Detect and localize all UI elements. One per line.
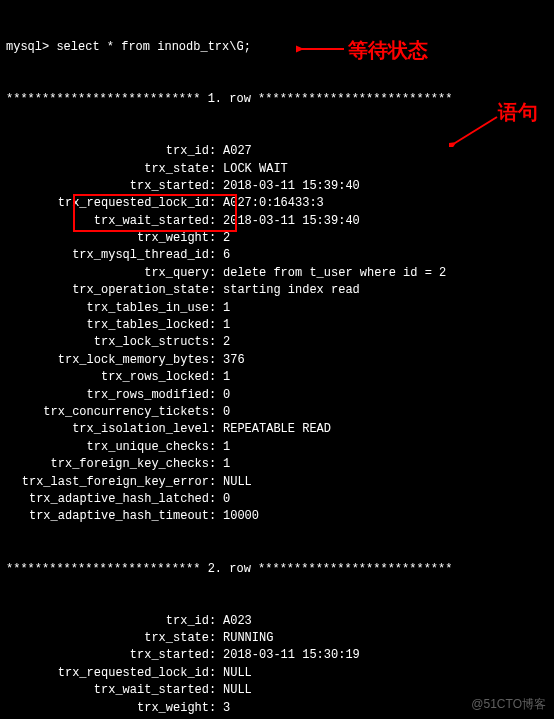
kv-value: delete from t_user where id = 2 bbox=[223, 265, 548, 282]
kv-value: A023 bbox=[223, 613, 548, 630]
kv-key: trx_rows_modified bbox=[6, 387, 209, 404]
terminal-output: mysql> select * from innodb_trx\G; *****… bbox=[0, 0, 554, 719]
kv-value: A027 bbox=[223, 143, 548, 160]
kv-sep: : bbox=[209, 369, 223, 386]
kv-value: 0 bbox=[223, 387, 548, 404]
kv-value: 2018-03-11 15:30:19 bbox=[223, 647, 548, 664]
kv-sep: : bbox=[209, 178, 223, 195]
kv-key: trx_isolation_level bbox=[6, 421, 209, 438]
kv-key: trx_foreign_key_checks bbox=[6, 456, 209, 473]
kv-row: trx_wait_started: NULL bbox=[6, 682, 548, 699]
kv-key: trx_requested_lock_id bbox=[6, 195, 209, 212]
kv-sep: : bbox=[209, 195, 223, 212]
kv-row: trx_foreign_key_checks: 1 bbox=[6, 456, 548, 473]
kv-value: 1 bbox=[223, 439, 548, 456]
kv-key: trx_wait_started bbox=[6, 682, 209, 699]
kv-key: trx_wait_started bbox=[6, 213, 209, 230]
kv-key: trx_lock_memory_bytes bbox=[6, 352, 209, 369]
kv-key: trx_query bbox=[6, 265, 209, 282]
kv-sep: : bbox=[209, 265, 223, 282]
kv-key: trx_requested_lock_id bbox=[6, 665, 209, 682]
kv-row: trx_isolation_level: REPEATABLE READ bbox=[6, 421, 548, 438]
kv-row: trx_operation_state: starting index read bbox=[6, 282, 548, 299]
kv-key: trx_tables_in_use bbox=[6, 300, 209, 317]
kv-value: 0 bbox=[223, 404, 548, 421]
kv-sep: : bbox=[209, 682, 223, 699]
kv-row: trx_lock_memory_bytes: 376 bbox=[6, 352, 548, 369]
kv-sep: : bbox=[209, 491, 223, 508]
kv-row: trx_lock_structs: 2 bbox=[6, 334, 548, 351]
kv-key: trx_last_foreign_key_error bbox=[6, 474, 209, 491]
kv-sep: : bbox=[209, 630, 223, 647]
kv-row: trx_mysql_thread_id: 6 bbox=[6, 247, 548, 264]
kv-key: trx_adaptive_hash_timeout bbox=[6, 508, 209, 525]
kv-key: trx_state bbox=[6, 630, 209, 647]
kv-sep: : bbox=[209, 647, 223, 664]
kv-row: trx_started: 2018-03-11 15:30:19 bbox=[6, 647, 548, 664]
kv-key: trx_tables_locked bbox=[6, 317, 209, 334]
kv-row: trx_requested_lock_id: NULL bbox=[6, 665, 548, 682]
kv-sep: : bbox=[209, 421, 223, 438]
kv-value: starting index read bbox=[223, 282, 548, 299]
kv-value: 0 bbox=[223, 491, 548, 508]
row-divider-line: *************************** 1. row *****… bbox=[6, 91, 548, 108]
kv-row: trx_id: A023 bbox=[6, 613, 548, 630]
kv-sep: : bbox=[209, 352, 223, 369]
prompt-line[interactable]: mysql> select * from innodb_trx\G; bbox=[6, 39, 548, 56]
kv-sep: : bbox=[209, 213, 223, 230]
kv-value: NULL bbox=[223, 474, 548, 491]
kv-key: trx_state bbox=[6, 161, 209, 178]
kv-sep: : bbox=[209, 317, 223, 334]
kv-row: trx_query: delete from t_user where id =… bbox=[6, 265, 548, 282]
kv-key: trx_mysql_thread_id bbox=[6, 247, 209, 264]
kv-key: trx_started bbox=[6, 178, 209, 195]
kv-value: 2018-03-11 15:39:40 bbox=[223, 213, 548, 230]
kv-sep: : bbox=[209, 282, 223, 299]
kv-sep: : bbox=[209, 300, 223, 317]
kv-row: trx_requested_lock_id: A027:0:16433:3 bbox=[6, 195, 548, 212]
kv-value: NULL bbox=[223, 665, 548, 682]
kv-key: trx_adaptive_hash_latched bbox=[6, 491, 209, 508]
kv-row: trx_concurrency_tickets: 0 bbox=[6, 404, 548, 421]
kv-sep: : bbox=[209, 613, 223, 630]
kv-key: trx_concurrency_tickets bbox=[6, 404, 209, 421]
kv-key: trx_operation_state bbox=[6, 282, 209, 299]
kv-key: trx_weight bbox=[6, 230, 209, 247]
row-divider-line: *************************** 2. row *****… bbox=[6, 561, 548, 578]
kv-key: trx_id bbox=[6, 613, 209, 630]
kv-row: trx_adaptive_hash_timeout: 10000 bbox=[6, 508, 548, 525]
kv-sep: : bbox=[209, 700, 223, 717]
kv-value: 2018-03-11 15:39:40 bbox=[223, 178, 548, 195]
kv-row: trx_wait_started: 2018-03-11 15:39:40 bbox=[6, 213, 548, 230]
kv-value: 2 bbox=[223, 334, 548, 351]
kv-value: 2 bbox=[223, 230, 548, 247]
kv-row: trx_weight: 3 bbox=[6, 700, 548, 717]
kv-row: trx_state: LOCK WAIT bbox=[6, 161, 548, 178]
kv-value: 1 bbox=[223, 369, 548, 386]
kv-row: trx_tables_in_use: 1 bbox=[6, 300, 548, 317]
kv-sep: : bbox=[209, 456, 223, 473]
kv-row: trx_tables_locked: 1 bbox=[6, 317, 548, 334]
kv-row: trx_weight: 2 bbox=[6, 230, 548, 247]
kv-key: trx_unique_checks bbox=[6, 439, 209, 456]
kv-row: trx_id: A027 bbox=[6, 143, 548, 160]
kv-value: 1 bbox=[223, 317, 548, 334]
kv-sep: : bbox=[209, 247, 223, 264]
kv-row: trx_started: 2018-03-11 15:39:40 bbox=[6, 178, 548, 195]
kv-key: trx_rows_locked bbox=[6, 369, 209, 386]
kv-row: trx_unique_checks: 1 bbox=[6, 439, 548, 456]
kv-value: 10000 bbox=[223, 508, 548, 525]
kv-sep: : bbox=[209, 387, 223, 404]
kv-sep: : bbox=[209, 439, 223, 456]
kv-row: trx_rows_locked: 1 bbox=[6, 369, 548, 386]
kv-row: trx_adaptive_hash_latched: 0 bbox=[6, 491, 548, 508]
kv-value: 1 bbox=[223, 300, 548, 317]
kv-value: LOCK WAIT bbox=[223, 161, 548, 178]
kv-sep: : bbox=[209, 143, 223, 160]
kv-sep: : bbox=[209, 474, 223, 491]
kv-value: RUNNING bbox=[223, 630, 548, 647]
watermark: @51CTO博客 bbox=[471, 696, 546, 713]
kv-sep: : bbox=[209, 665, 223, 682]
kv-row: trx_state: RUNNING bbox=[6, 630, 548, 647]
kv-key: trx_lock_structs bbox=[6, 334, 209, 351]
